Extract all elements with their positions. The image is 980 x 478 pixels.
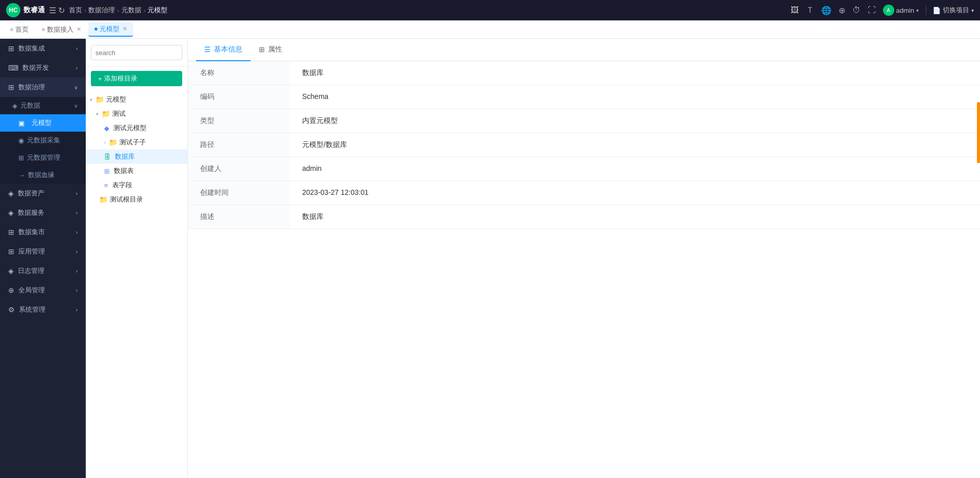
field-label-path: 路径	[188, 133, 290, 157]
font-icon[interactable]: Ｔ	[806, 5, 814, 16]
field-value-name: 数据库	[290, 61, 980, 85]
sidebar-label-meta-collect: 元数据采集	[27, 136, 60, 145]
tree-label-ceshi-sub: 测试子子	[119, 138, 183, 147]
tree-label-root: 元模型	[106, 95, 183, 104]
fullscreen-icon[interactable]: ⛶	[868, 6, 876, 15]
switch-project-button[interactable]: 📄 切换项目 ▾	[926, 6, 974, 15]
tab-basic-info[interactable]: ☰ 基本信息	[196, 39, 251, 61]
file-icon: 📄	[933, 7, 941, 14]
chevron-governance: ∨	[74, 85, 78, 90]
data-assets-icon: ◈	[8, 189, 14, 197]
tab-attributes[interactable]: ⊞ 属性	[251, 39, 290, 61]
top-header: HC 数睿通 ☰ ↻ 首页 › 数据治理 › 元数据 › 元模型 🖼 Ｔ 🌐 ⊕…	[0, 0, 980, 20]
sidebar-item-label-assets: 数据资产	[18, 189, 44, 198]
sidebar-item-sys-manage[interactable]: ⚙ 系统管理 ›	[0, 300, 86, 319]
tab-data-input[interactable]: 数据接入 ✕	[36, 22, 87, 37]
sidebar-item-data-market[interactable]: ⊞ 数据集市 ›	[0, 222, 86, 242]
tree-label-test-root: 测试根目录	[110, 195, 183, 204]
db-icon: 🗄	[104, 153, 111, 161]
sidebar-item-label-market: 数据集市	[18, 228, 45, 237]
tree-node-root[interactable]: ▾ 📁 元模型	[86, 92, 187, 107]
field-value-path: 元模型/数据库	[290, 133, 980, 157]
sidebar-item-data-assets[interactable]: ◈ 数据资产 ›	[0, 184, 86, 203]
chevron-metadata: ∨	[74, 103, 78, 109]
sidebar-item-label-app: 应用管理	[18, 247, 45, 256]
sidebar-label-metadata: 元数据	[20, 101, 40, 110]
chevron-global: ›	[76, 288, 78, 293]
sidebar-item-metadata[interactable]: ◈ 元数据 ∨	[0, 97, 86, 114]
sidebar-item-data-lineage[interactable]: → 数据血缘	[0, 166, 86, 184]
sidebar-item-label-dev: 数据开发	[22, 63, 49, 72]
refresh-icon[interactable]: ↻	[58, 6, 65, 15]
tree-node-ceshi-sub[interactable]: › 📁 测试子子	[86, 135, 187, 149]
chevron-assets: ›	[76, 191, 78, 196]
user-avatar: A	[883, 5, 894, 16]
image-icon[interactable]: 🖼	[791, 6, 799, 15]
field-label-create-time: 创建时间	[188, 181, 290, 205]
detail-table: 名称 数据库 编码 Schema 类型 内置元模型 路径	[188, 61, 980, 229]
sidebar-item-label-service: 数据服务	[18, 208, 44, 217]
field-value-creator: admin	[290, 157, 980, 181]
field-label-code: 编码	[188, 85, 290, 109]
logo-icon: HC	[6, 3, 20, 17]
sidebar-label-data-lineage: 数据血缘	[28, 170, 55, 180]
meta-model-icon: ▣	[18, 119, 24, 127]
tree-node-ceshi-meta[interactable]: ◆ 测试元模型	[86, 121, 187, 135]
tree-node-test-root[interactable]: 📁 测试根目录	[86, 192, 187, 207]
plus-icon: +	[98, 75, 102, 83]
breadcrumb-governance[interactable]: 数据治理	[88, 6, 115, 15]
tab-meta-dot	[94, 28, 97, 31]
sidebar-item-label-integration: 数据集成	[18, 44, 45, 53]
tree-node-field[interactable]: ≡ 表字段	[86, 178, 187, 192]
add-root-button[interactable]: + 添加根目录	[91, 71, 182, 86]
header-right: 🖼 Ｔ 🌐 ⊕ ⏱ ⛶ A admin ▾ 📄 切换项目 ▾	[791, 5, 974, 16]
scrollbar-accent[interactable]	[977, 102, 980, 163]
github-icon[interactable]: ⊕	[839, 6, 845, 15]
data-market-icon: ⊞	[8, 228, 14, 236]
menu-icon[interactable]: ☰	[49, 6, 56, 15]
field-label-description: 描述	[188, 205, 290, 229]
breadcrumb-metadata[interactable]: 元数据	[121, 6, 141, 15]
field-label-creator: 创建人	[188, 157, 290, 181]
sidebar-item-global-manage[interactable]: ⊕ 全局管理 ›	[0, 281, 86, 300]
folder-icon-root: 📁	[95, 95, 104, 104]
sidebar-item-meta-model[interactable]: ▣ 元模型	[0, 114, 86, 132]
log-manage-icon: ◈	[8, 267, 14, 275]
tab-input-close[interactable]: ✕	[77, 26, 81, 33]
field-label-name: 名称	[188, 61, 290, 85]
user-dropdown-icon: ▾	[916, 8, 919, 13]
sidebar-item-data-governance[interactable]: ⊞ 数据治理 ∨	[0, 78, 86, 97]
breadcrumb-home[interactable]: 首页	[69, 6, 82, 15]
clock-icon[interactable]: ⏱	[852, 6, 861, 15]
tree-node-database[interactable]: 🗄 数据库	[86, 149, 187, 164]
tree-node-table[interactable]: ⊞ 数据表	[86, 164, 187, 178]
field-icon: ≡	[104, 182, 108, 189]
breadcrumb-current: 元模型	[148, 6, 167, 15]
sidebar-item-meta-manage[interactable]: ⊞ 元数据管理	[0, 149, 86, 166]
detail-row-type: 类型 内置元模型	[188, 109, 980, 133]
chevron-dev: ›	[76, 65, 78, 71]
expand-ceshi-icon: ▾	[96, 111, 99, 117]
tab-meta-model[interactable]: 元模型 ✕	[88, 22, 133, 37]
sidebar-item-data-integration[interactable]: ⊞ 数据集成 ›	[0, 39, 86, 58]
sidebar-item-log-manage[interactable]: ◈ 日志管理 ›	[0, 261, 86, 281]
tab-meta-close[interactable]: ✕	[122, 26, 127, 32]
data-integration-icon: ⊞	[8, 44, 14, 53]
field-value-type: 内置元模型	[290, 109, 980, 133]
search-input[interactable]	[91, 45, 182, 60]
sidebar-item-meta-collect[interactable]: ◉ 元数据采集	[0, 132, 86, 149]
data-service-icon: ◈	[8, 209, 14, 217]
user-area[interactable]: A admin ▾	[883, 5, 919, 16]
tree-node-ceshi[interactable]: ▾ 📁 测试	[86, 107, 187, 121]
logo-area: HC 数睿通	[6, 3, 45, 17]
user-name: admin	[896, 7, 914, 14]
globe-icon[interactable]: 🌐	[821, 6, 831, 15]
chevron-sys: ›	[76, 307, 78, 313]
tree-label-database: 数据库	[115, 152, 183, 161]
sidebar-sub-metadata: ◈ 元数据 ∨ ▣ 元模型 ◉ 元数据采集 ⊞ 元数据管理 → 数据血缘	[0, 97, 86, 184]
chevron-service: ›	[76, 210, 78, 216]
sidebar-item-app-manage[interactable]: ⊞ 应用管理 ›	[0, 242, 86, 261]
sidebar-item-data-dev[interactable]: ⌨ 数据开发 ›	[0, 58, 86, 78]
tab-home[interactable]: 首页	[4, 22, 35, 37]
sidebar-item-data-service[interactable]: ◈ 数据服务 ›	[0, 203, 86, 222]
